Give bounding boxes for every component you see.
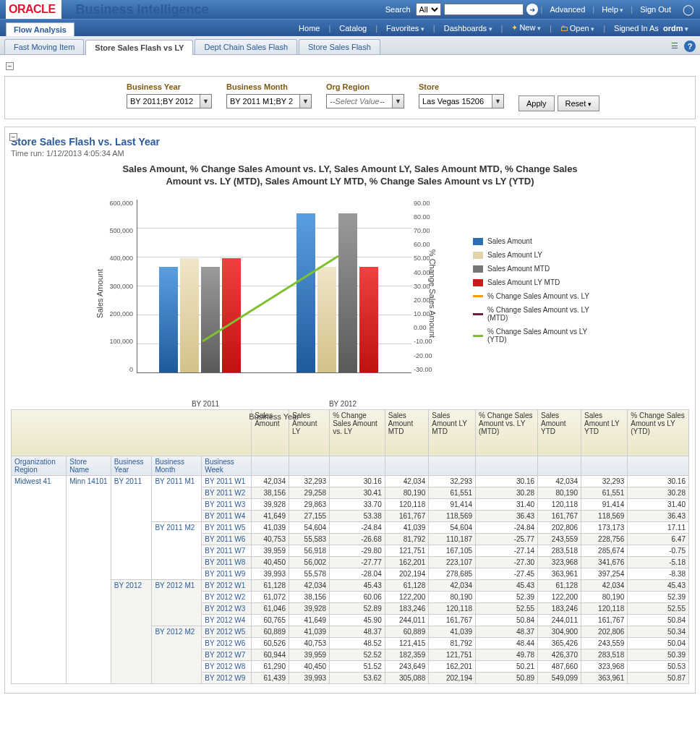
oracle-logo: ORACLE xyxy=(9,3,56,16)
value-cell: -28.04 xyxy=(330,568,385,579)
data-table: Sales Amount Sales Amount LY % Change Sa… xyxy=(11,409,689,684)
value-cell: 39,928 xyxy=(289,602,329,614)
table-row: BY 2012BY 2012 M1BY 2012 W161,12842,0344… xyxy=(12,579,689,591)
search-input[interactable] xyxy=(444,4,524,15)
month-cell[interactable]: BY 2011 M2 xyxy=(152,521,202,579)
col-business-month[interactable]: Business Month xyxy=(152,456,202,475)
week-cell[interactable]: BY 2012 W2 xyxy=(202,591,252,602)
week-cell[interactable]: BY 2012 W9 xyxy=(202,672,252,683)
tab-dept-chain[interactable]: Dept Chain Sales Flash xyxy=(195,39,297,54)
help-menu[interactable]: Help xyxy=(602,5,623,14)
value-cell: 161,767 xyxy=(581,614,627,626)
value-cell: 38,156 xyxy=(252,487,289,498)
col-org-region[interactable]: Organization Region xyxy=(12,456,67,475)
value-cell: -27.30 xyxy=(476,556,538,568)
value-cell: 41,039 xyxy=(429,626,476,637)
store-select[interactable]: ▼ xyxy=(419,94,504,108)
value-cell: 30.16 xyxy=(330,475,385,487)
week-cell[interactable]: BY 2011 W5 xyxy=(202,521,252,533)
apply-button[interactable]: Apply xyxy=(518,95,555,111)
year-cell[interactable]: BY 2012 xyxy=(111,579,152,683)
home-link[interactable]: Home xyxy=(293,24,325,33)
new-menu[interactable]: ✦New xyxy=(505,23,547,33)
value-cell: -25.77 xyxy=(476,533,538,545)
value-cell: 42,034 xyxy=(289,579,329,591)
week-cell[interactable]: BY 2011 W4 xyxy=(202,510,252,521)
org-region-cell[interactable]: Midwest 41 xyxy=(12,475,67,683)
open-menu[interactable]: 🗀Open xyxy=(555,24,600,33)
value-cell: 50.89 xyxy=(476,672,538,683)
value-cell: 45.43 xyxy=(628,579,689,591)
value-cell: 54,604 xyxy=(289,521,329,533)
value-cell: 118,569 xyxy=(429,510,476,521)
tab-store-sales-flash[interactable]: Store Sales Flash xyxy=(299,39,380,54)
store-cell[interactable]: Minn 14101 xyxy=(67,475,111,683)
collapse-filter-icon[interactable]: − xyxy=(6,62,14,70)
value-cell: 121,751 xyxy=(429,649,476,660)
week-cell[interactable]: BY 2012 W1 xyxy=(202,579,252,591)
value-cell: 52.39 xyxy=(628,591,689,602)
col-business-year[interactable]: Business Year xyxy=(111,456,152,475)
value-cell: -27.14 xyxy=(476,545,538,556)
value-cell: 6.47 xyxy=(628,533,689,545)
favorites-menu[interactable]: Favorites xyxy=(380,24,430,33)
value-cell: 283,518 xyxy=(538,545,581,556)
business-month-select[interactable]: ▼ xyxy=(226,94,312,108)
options-icon[interactable]: ☰ xyxy=(671,41,681,51)
week-cell[interactable]: BY 2012 W6 xyxy=(202,637,252,649)
value-cell: 60,889 xyxy=(252,626,289,637)
dim-header-row: Organization Region Store Name Business … xyxy=(12,456,689,475)
week-cell[interactable]: BY 2011 W9 xyxy=(202,568,252,579)
week-cell[interactable]: BY 2012 W7 xyxy=(202,649,252,660)
search-scope-select[interactable]: All xyxy=(416,3,441,16)
dashboards-menu[interactable]: Dashboards xyxy=(438,24,498,33)
week-cell[interactable]: BY 2011 W2 xyxy=(202,487,252,498)
user-menu[interactable]: ordm xyxy=(663,24,688,33)
table-row: Midwest 41Minn 14101BY 2011BY 2011 M1BY … xyxy=(12,475,689,487)
business-year-label: Business Year xyxy=(127,82,212,91)
org-region-select[interactable]: ▼ xyxy=(326,94,404,108)
value-cell: 45.43 xyxy=(330,579,385,591)
col-business-week[interactable]: Business Week xyxy=(202,456,252,475)
help-icon[interactable]: ? xyxy=(684,40,696,52)
value-cell: 50.87 xyxy=(628,672,689,683)
tab-fast-moving[interactable]: Fast Moving Item xyxy=(4,39,84,54)
value-cell: 48.44 xyxy=(476,637,538,649)
catalog-link[interactable]: Catalog xyxy=(333,24,372,33)
value-cell: 110,187 xyxy=(429,533,476,545)
week-cell[interactable]: BY 2011 W3 xyxy=(202,498,252,510)
year-cell[interactable]: BY 2011 xyxy=(111,475,152,579)
business-year-select[interactable]: ▼ xyxy=(127,94,212,108)
week-cell[interactable]: BY 2011 W6 xyxy=(202,533,252,545)
chevron-down-icon[interactable]: ▼ xyxy=(200,95,211,108)
tab-store-sales-flash-vs-ly[interactable]: Store Sales Flash vs LY xyxy=(85,40,193,55)
reset-button[interactable]: Reset ▾ xyxy=(558,95,600,111)
chevron-down-icon[interactable]: ▼ xyxy=(392,95,404,108)
value-cell: 41,039 xyxy=(289,626,329,637)
value-cell: 32,293 xyxy=(289,475,329,487)
month-cell[interactable]: BY 2012 M1 xyxy=(152,579,202,626)
col-store-name[interactable]: Store Name xyxy=(67,456,111,475)
x-axis-label: Business Year xyxy=(137,412,411,421)
week-cell[interactable]: BY 2012 W4 xyxy=(202,614,252,626)
search-go-icon[interactable]: ➜ xyxy=(526,4,538,15)
week-cell[interactable]: BY 2011 W1 xyxy=(202,475,252,487)
month-cell[interactable]: BY 2012 M2 xyxy=(152,626,202,683)
chevron-down-icon[interactable]: ▼ xyxy=(492,95,503,108)
week-cell[interactable]: BY 2012 W8 xyxy=(202,660,252,672)
advanced-link[interactable]: Advanced xyxy=(550,5,585,14)
week-cell[interactable]: BY 2011 W7 xyxy=(202,545,252,556)
chevron-down-icon[interactable]: ▼ xyxy=(299,95,311,108)
collapse-section-icon[interactable]: − xyxy=(9,133,17,141)
value-cell: 36.43 xyxy=(476,510,538,521)
value-cell: 48.37 xyxy=(330,626,385,637)
signout-link[interactable]: Sign Out xyxy=(640,5,671,14)
page-title-tab: Flow Analysis xyxy=(6,22,74,36)
week-cell[interactable]: BY 2012 W3 xyxy=(202,602,252,614)
business-month-label: Business Month xyxy=(226,82,312,91)
week-cell[interactable]: BY 2012 W5 xyxy=(202,626,252,637)
week-cell[interactable]: BY 2011 W8 xyxy=(202,556,252,568)
value-cell: 51.52 xyxy=(330,660,385,672)
month-cell[interactable]: BY 2011 M1 xyxy=(152,475,202,521)
value-cell: 323,968 xyxy=(581,660,627,672)
